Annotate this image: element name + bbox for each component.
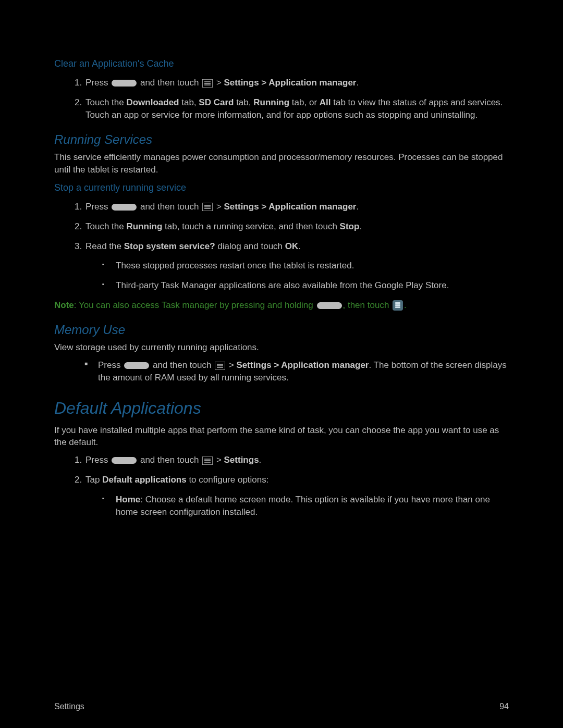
text: Third-party Task Manager applications ar… bbox=[116, 280, 449, 290]
menu-icon bbox=[215, 362, 225, 370]
menu-icon bbox=[202, 203, 213, 211]
text: Tap bbox=[85, 475, 102, 485]
text-bold: Settings bbox=[224, 455, 259, 465]
text: and then touch bbox=[140, 78, 201, 88]
text-bold: Settings > Application manager bbox=[224, 202, 357, 212]
footer-page-number: 94 bbox=[499, 701, 509, 712]
home-button-icon bbox=[112, 457, 137, 464]
text: Press bbox=[85, 78, 111, 88]
list-item: Press and then touch > Settings > Applic… bbox=[84, 77, 509, 89]
note-line: Note: You can also access Task manager b… bbox=[54, 299, 509, 312]
text: . bbox=[259, 455, 262, 465]
text: and then touch bbox=[140, 202, 201, 212]
note-text: , then touch bbox=[343, 300, 392, 310]
memory-use-list: Press and then touch > Settings > Applic… bbox=[54, 359, 509, 384]
list-item: Tap Default applications to configure op… bbox=[84, 474, 509, 518]
default-apps-body: If you have installed multiple apps that… bbox=[54, 424, 509, 449]
text: to configure options: bbox=[187, 475, 269, 485]
text-bold: SD Card bbox=[199, 97, 234, 107]
text: . bbox=[356, 202, 359, 212]
list-item: Press and then touch > Settings. bbox=[84, 454, 509, 466]
list-item: Press and then touch > Settings > Applic… bbox=[84, 201, 509, 213]
list-item: Home: Choose a default home screen mode.… bbox=[102, 493, 509, 519]
text-bold: All bbox=[320, 97, 331, 107]
running-services-body: This service efficiently manages power c… bbox=[54, 151, 509, 176]
heading-running-services: Running Services bbox=[54, 131, 509, 149]
heading-default-applications: Default Applications bbox=[54, 397, 509, 420]
stop-service-steps: Press and then touch > Settings > Applic… bbox=[54, 201, 509, 292]
text: > bbox=[216, 78, 224, 88]
default-apps-steps: Press and then touch > Settings. Tap Def… bbox=[54, 454, 509, 518]
text: tab, bbox=[234, 97, 253, 107]
text-bold: OK bbox=[285, 241, 299, 251]
text: Press bbox=[98, 360, 123, 370]
menu-icon bbox=[202, 79, 213, 88]
text-bold: Stop system service? bbox=[124, 241, 215, 251]
text: . bbox=[356, 78, 359, 88]
list-item: Touch the Downloaded tab, SD Card tab, R… bbox=[84, 96, 509, 121]
text: tab, or bbox=[289, 97, 320, 107]
home-button-icon bbox=[112, 204, 137, 211]
heading-clear-cache: Clear an Application's Cache bbox=[54, 57, 509, 70]
text: tab, touch a running service, and then t… bbox=[162, 221, 339, 231]
note-text: : You can also access Task manager by pr… bbox=[74, 300, 316, 310]
home-button-icon bbox=[124, 362, 149, 369]
text-bold: Stop bbox=[340, 221, 360, 231]
text: Touch the bbox=[85, 221, 126, 231]
list-item: Third-party Task Manager applications ar… bbox=[102, 279, 509, 292]
text: Press bbox=[85, 455, 111, 465]
heading-stop-service: Stop a currently running service bbox=[54, 181, 509, 194]
text: and then touch bbox=[153, 360, 214, 370]
text: . bbox=[359, 221, 362, 231]
footer-section: Settings bbox=[54, 701, 84, 712]
text-bold: Running bbox=[126, 221, 162, 231]
heading-memory-use: Memory Use bbox=[54, 321, 509, 339]
note-text: . bbox=[404, 300, 407, 310]
text: These stopped processes restart once the… bbox=[116, 261, 354, 270]
list-item: Read the Stop system service? dialog and… bbox=[84, 240, 509, 292]
menu-icon bbox=[202, 456, 213, 465]
nested-list: These stopped processes restart once the… bbox=[85, 260, 509, 292]
text: > bbox=[216, 455, 224, 465]
text: : Choose a default home screen mode. Thi… bbox=[116, 495, 490, 517]
page-footer: Settings 94 bbox=[54, 701, 509, 712]
text: and then touch bbox=[140, 455, 201, 465]
memory-use-body: View storage used by currently running a… bbox=[54, 341, 509, 354]
clear-cache-steps: Press and then touch > Settings > Applic… bbox=[54, 77, 509, 121]
text-bold: Default applications bbox=[102, 475, 187, 485]
text: . bbox=[298, 241, 301, 251]
list-item: Touch the Running tab, touch a running s… bbox=[84, 220, 509, 233]
text: Press bbox=[85, 202, 111, 212]
note-label: Note bbox=[54, 300, 74, 310]
text: > bbox=[229, 360, 237, 370]
text: Read the bbox=[85, 241, 124, 251]
text: tab, bbox=[179, 97, 199, 107]
list-item: These stopped processes restart once the… bbox=[102, 260, 509, 272]
text-bold: Settings > Application manager bbox=[224, 78, 357, 88]
text-bold: Home bbox=[116, 495, 140, 504]
text: Touch the bbox=[85, 97, 126, 107]
home-button-icon bbox=[112, 80, 137, 87]
task-manager-icon bbox=[393, 300, 403, 311]
nested-list: Home: Choose a default home screen mode.… bbox=[85, 493, 509, 519]
text-bold: Downloaded bbox=[126, 97, 179, 107]
text-bold: Settings > Application manager bbox=[237, 360, 369, 370]
text-bold: Running bbox=[253, 97, 289, 107]
text: > bbox=[216, 202, 224, 212]
home-button-icon bbox=[317, 302, 342, 309]
text: dialog and touch bbox=[215, 241, 285, 251]
list-item: Press and then touch > Settings > Applic… bbox=[84, 359, 509, 384]
